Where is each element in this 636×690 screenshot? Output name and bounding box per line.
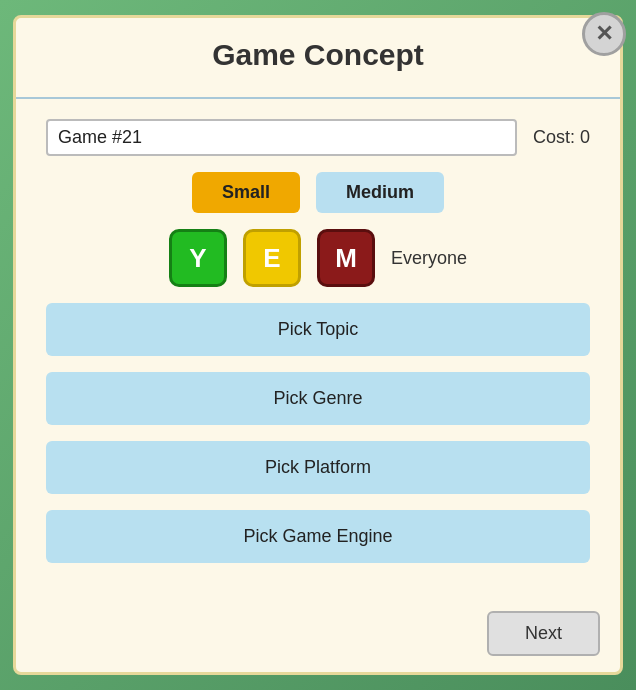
pick-platform-button[interactable]: Pick Platform [46,441,590,494]
rating-e-badge[interactable]: E [243,229,301,287]
game-name-input[interactable] [46,119,517,156]
modal-body: Cost: 0 Small Medium Y E M Everyone Pick… [16,99,620,601]
cost-label: Cost: 0 [533,127,590,148]
modal-header: Game Concept [16,18,620,99]
rating-y-badge[interactable]: Y [169,229,227,287]
pick-topic-button[interactable]: Pick Topic [46,303,590,356]
modal-container: ✕ Game Concept Cost: 0 Small Medium Y E … [13,15,623,675]
medium-button[interactable]: Medium [316,172,444,213]
pick-genre-button[interactable]: Pick Genre [46,372,590,425]
small-button[interactable]: Small [192,172,300,213]
ratings-row: Y E M Everyone [169,229,467,287]
pick-game-engine-button[interactable]: Pick Game Engine [46,510,590,563]
modal-footer: Next [16,601,620,672]
name-cost-row: Cost: 0 [46,119,590,156]
rating-m-badge[interactable]: M [317,229,375,287]
rating-everyone-label: Everyone [391,248,467,269]
modal-title: Game Concept [212,38,424,72]
size-row: Small Medium [192,172,444,213]
next-button[interactable]: Next [487,611,600,656]
close-button[interactable]: ✕ [582,12,626,56]
